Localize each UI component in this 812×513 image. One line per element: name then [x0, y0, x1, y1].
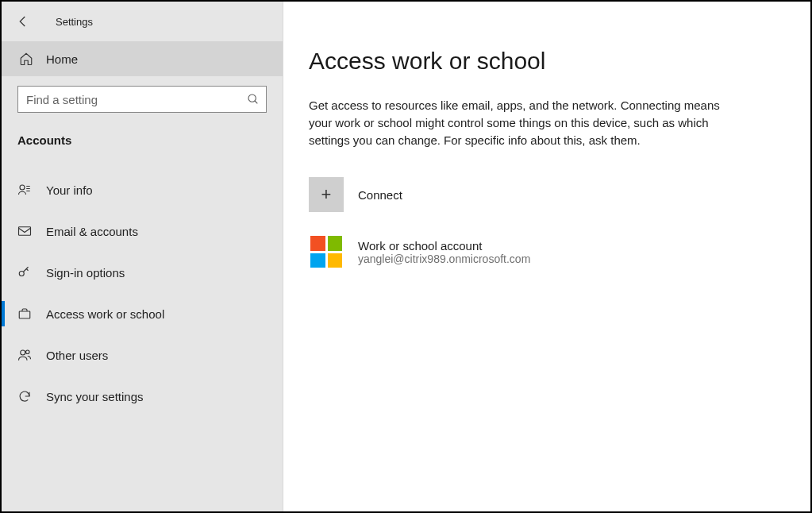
- briefcase-icon: [17, 307, 46, 321]
- home-label: Home: [46, 52, 78, 66]
- titlebar: Settings: [2, 2, 283, 41]
- email-icon: [17, 224, 46, 238]
- nav-list: Your info Email & accounts Sign-in optio…: [2, 155, 283, 417]
- users-icon: [17, 348, 46, 362]
- sidebar-item-other-users[interactable]: Other users: [2, 336, 283, 374]
- account-text: Work or school account yanglei@citrix989…: [358, 239, 530, 265]
- category-label: Accounts: [2, 119, 283, 155]
- svg-point-3: [19, 272, 24, 276]
- account-item[interactable]: Work or school account yanglei@citrix989…: [309, 234, 779, 269]
- sidebar: Settings Home Accounts Your info Email &…: [2, 2, 283, 511]
- sidebar-item-label: Access work or school: [46, 307, 164, 321]
- search-wrap: [2, 76, 283, 119]
- sidebar-item-label: Your info: [46, 183, 93, 197]
- connect-button[interactable]: + Connect: [309, 177, 779, 212]
- svg-point-0: [248, 94, 256, 102]
- svg-rect-4: [19, 311, 30, 318]
- page-title: Access work or school: [309, 48, 779, 75]
- home-button[interactable]: Home: [2, 41, 283, 76]
- back-button[interactable]: [16, 14, 48, 29]
- sidebar-item-your-info[interactable]: Your info: [2, 171, 283, 209]
- sidebar-item-label: Other users: [46, 349, 108, 362]
- search-icon: [247, 93, 260, 106]
- svg-rect-2: [19, 227, 31, 236]
- microsoft-logo-icon: [309, 234, 344, 269]
- account-title: Work or school account: [358, 239, 530, 253]
- svg-point-6: [26, 350, 30, 354]
- home-icon: [19, 52, 46, 66]
- svg-point-1: [20, 185, 25, 190]
- sync-icon: [17, 389, 46, 403]
- search-input[interactable]: [26, 93, 247, 106]
- main-content: Access work or school Get access to reso…: [283, 2, 810, 511]
- back-arrow-icon: [16, 14, 30, 29]
- plus-icon: +: [309, 177, 344, 212]
- sidebar-item-access-work-school[interactable]: Access work or school: [2, 295, 283, 333]
- search-box[interactable]: [17, 86, 267, 113]
- sidebar-item-sync-settings[interactable]: Sync your settings: [2, 377, 283, 415]
- your-info-icon: [17, 183, 46, 197]
- account-email: yanglei@citrix989.onmicrosoft.com: [358, 253, 530, 265]
- key-icon: [17, 265, 46, 280]
- window-title: Settings: [56, 16, 93, 28]
- sidebar-item-label: Email & accounts: [46, 225, 138, 238]
- page-description: Get access to resources like email, apps…: [309, 97, 722, 148]
- svg-point-5: [21, 350, 25, 355]
- sidebar-item-label: Sign-in options: [46, 266, 125, 280]
- connect-label: Connect: [358, 188, 402, 202]
- sidebar-item-label: Sync your settings: [46, 390, 144, 403]
- sidebar-item-email-accounts[interactable]: Email & accounts: [2, 212, 283, 250]
- sidebar-item-sign-in-options[interactable]: Sign-in options: [2, 253, 283, 291]
